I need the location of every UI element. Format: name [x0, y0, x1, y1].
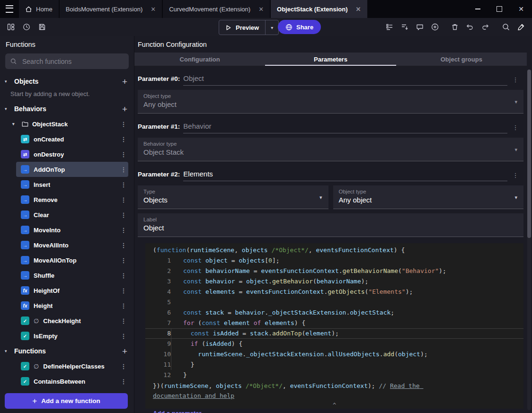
- function-item-moveallontop[interactable]: → MoveAllOnTop ⋮: [16, 253, 128, 268]
- redo-button[interactable]: [478, 20, 492, 34]
- function-item-definehelperclasses[interactable]: ✓ ∅ DefineHelperClasses ⋮: [16, 359, 128, 374]
- close-tab-icon[interactable]: ✕: [258, 6, 264, 13]
- parameter-0-object-type-select[interactable]: Object type Any object ▾: [138, 90, 523, 114]
- kebab-menu-icon[interactable]: ⋮: [120, 287, 127, 294]
- tab-configuration[interactable]: Configuration: [134, 53, 265, 66]
- tab-parameters[interactable]: Parameters: [265, 53, 396, 66]
- add-event-button[interactable]: [428, 20, 442, 34]
- tab-curvedmovement-extension[interactable]: CurvedMovement (Extension) ✕: [163, 0, 270, 18]
- preview-options-button[interactable]: ▾: [265, 20, 278, 35]
- export-events-button[interactable]: [398, 20, 412, 34]
- function-item-oncreated[interactable]: ⇄ onCreated ⋮: [16, 132, 128, 147]
- function-item-ondestroy[interactable]: ⇄ onDestroy ⋮: [16, 147, 128, 162]
- function-item-shuffle[interactable]: → Shuffle ⋮: [16, 268, 128, 283]
- code-footer-line: })(runtimeScene, objects /*Object*/, eve…: [145, 381, 523, 401]
- tab-object-groups[interactable]: Object groups: [396, 53, 527, 66]
- scrollbar-thumb[interactable]: [527, 70, 531, 238]
- parameter-2-object-type-select[interactable]: Object type Any object ▾: [333, 185, 524, 209]
- preview-button[interactable]: Preview ▾: [219, 20, 279, 35]
- parameter-1-menu-button[interactable]: ⋮: [507, 124, 523, 131]
- function-item-clear[interactable]: → Clear ⋮: [16, 207, 128, 222]
- kebab-menu-icon[interactable]: ⋮: [120, 257, 127, 264]
- parameter-2-name-input[interactable]: Elements: [183, 169, 507, 181]
- function-item-isempty[interactable]: ✓ IsEmpty ⋮: [16, 328, 128, 343]
- kebab-menu-icon[interactable]: ⋮: [120, 242, 127, 249]
- add-object-button[interactable]: +: [122, 77, 127, 86]
- add-parameter-button-partial[interactable]: Add a parameter: [153, 410, 202, 413]
- kebab-menu-icon[interactable]: ⋮: [120, 196, 127, 203]
- function-item-label: IsEmpty: [34, 333, 58, 340]
- function-item-checkheight[interactable]: ✓ ∅ CheckHeight ⋮: [16, 313, 128, 328]
- close-tab-icon[interactable]: ✕: [356, 6, 361, 13]
- parameter-1-behavior-type-select[interactable]: Behavior type Object Stack ▾: [138, 138, 523, 161]
- parameter-2-menu-button[interactable]: ⋮: [507, 172, 523, 179]
- tree-header-objects[interactable]: ▾ Objects +: [0, 74, 134, 89]
- open-panels-button[interactable]: [4, 20, 18, 34]
- search-button[interactable]: [499, 20, 513, 34]
- code-token: eventsFunctionContext: [261, 267, 338, 274]
- close-tab-icon[interactable]: ✕: [151, 6, 156, 13]
- tree-header-functions[interactable]: ▾ Functions +: [0, 343, 134, 359]
- tree-header-behaviors[interactable]: ▾ Behaviors +: [0, 101, 134, 116]
- collapse-editor-button[interactable]: ^: [333, 402, 336, 409]
- kebab-menu-icon[interactable]: ⋮: [120, 181, 127, 188]
- edit-mode-button[interactable]: [514, 20, 528, 34]
- parameter-1-name-input[interactable]: Behavior: [183, 122, 507, 133]
- code-token: getObjects: [328, 288, 364, 295]
- function-item-moveinto[interactable]: → MoveInto ⋮: [16, 222, 128, 237]
- comment-button[interactable]: [413, 20, 427, 34]
- line-number: 10: [145, 349, 171, 360]
- kebab-menu-icon[interactable]: ⋮: [120, 227, 127, 234]
- function-item-containsbetween[interactable]: ✓ ContainsBetween ⋮: [16, 374, 128, 389]
- kebab-menu-icon[interactable]: ⋮: [120, 272, 127, 279]
- parameter-2-label-field[interactable]: Label Object: [138, 213, 523, 237]
- parameter-0-name-input[interactable]: Object: [183, 74, 507, 86]
- kebab-menu-icon[interactable]: ⋮: [120, 166, 127, 173]
- kebab-menu-icon[interactable]: ⋮: [120, 317, 127, 325]
- add-function-plus-button[interactable]: +: [122, 347, 127, 356]
- kebab-menu-icon[interactable]: ⋮: [120, 378, 127, 385]
- parameter-0-menu-button[interactable]: ⋮: [507, 76, 523, 83]
- search-functions-box[interactable]: [5, 53, 129, 69]
- minimize-button[interactable]: [467, 0, 488, 18]
- history-button[interactable]: [19, 20, 34, 34]
- history-clock-icon: [22, 23, 31, 31]
- function-item-height[interactable]: fx Height ⋮: [16, 298, 128, 313]
- kebab-menu-icon[interactable]: ⋮: [120, 363, 127, 370]
- code-token: ,: [234, 246, 242, 254]
- events-list-button[interactable]: [382, 20, 397, 34]
- function-item-moveallinto[interactable]: → MoveAllInto ⋮: [16, 237, 128, 253]
- close-window-button[interactable]: ✕: [510, 0, 532, 18]
- behavior-group-objectstack[interactable]: ▾ ObjectStack ⋮: [0, 116, 134, 132]
- code-token: runtimeScene: [190, 246, 234, 254]
- tab-objectstack-extension[interactable]: ObjectStack (Extension) ✕: [271, 0, 367, 18]
- main-scrollbar[interactable]: [527, 70, 531, 410]
- kebab-menu-icon[interactable]: ⋮: [120, 211, 127, 219]
- tab-home[interactable]: Home: [19, 0, 59, 18]
- add-new-function-button[interactable]: + Add a new function: [5, 393, 128, 409]
- delete-button[interactable]: [448, 20, 462, 34]
- kebab-menu-icon[interactable]: ⋮: [120, 121, 127, 128]
- code-editor[interactable]: (function(runtimeScene, objects /*Object…: [145, 243, 523, 409]
- code-token: (: [313, 278, 317, 285]
- line-number: 5: [145, 297, 171, 308]
- kebab-menu-icon[interactable]: ⋮: [120, 333, 127, 340]
- function-item-insert[interactable]: → Insert ⋮: [16, 177, 128, 192]
- main-menu-button[interactable]: [0, 0, 19, 18]
- function-item-addontop[interactable]: → AddOnTop ⋮: [16, 162, 128, 177]
- function-item-remove[interactable]: → Remove ⋮: [16, 192, 128, 207]
- kebab-menu-icon[interactable]: ⋮: [120, 136, 127, 143]
- share-button[interactable]: Share: [278, 20, 321, 34]
- add-behavior-button[interactable]: +: [122, 105, 127, 114]
- undo-button[interactable]: [463, 20, 477, 34]
- kebab-menu-icon[interactable]: ⋮: [120, 151, 127, 158]
- chevron-down-icon: ▾: [514, 147, 517, 153]
- tab-boidsmovement-extension[interactable]: BoidsMovement (Extension) ✕: [60, 0, 162, 18]
- search-functions-input[interactable]: [21, 57, 124, 66]
- function-item-heightof[interactable]: fx HeightOf ⋮: [16, 283, 128, 298]
- maximize-button[interactable]: [488, 0, 510, 18]
- save-button[interactable]: [35, 20, 49, 34]
- field-label: Object type: [143, 93, 507, 99]
- parameter-2-type-select[interactable]: Type Objects ▾: [138, 185, 328, 209]
- kebab-menu-icon[interactable]: ⋮: [120, 302, 127, 309]
